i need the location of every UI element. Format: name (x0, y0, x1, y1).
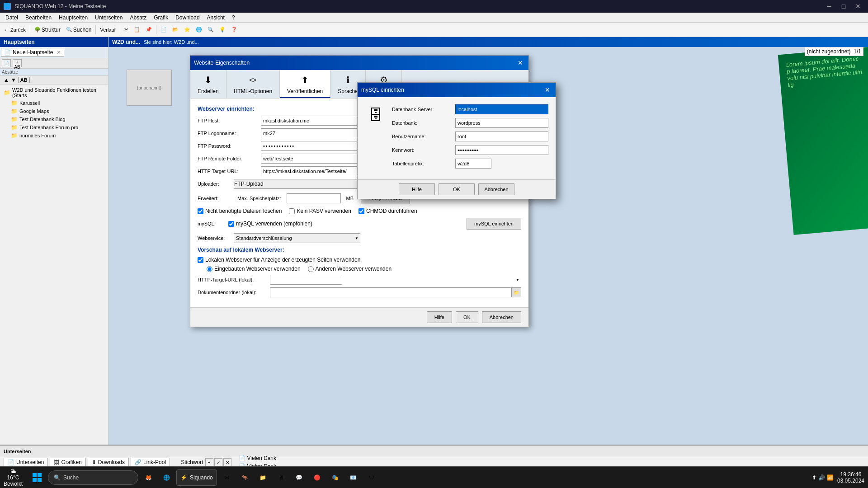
cut-btn[interactable]: ✂ (122, 24, 131, 36)
chmod-check[interactable] (359, 208, 364, 214)
tab-downloads[interactable]: ⬇ Downloads (88, 458, 129, 467)
taskbar-app-edge[interactable]: 🌐 (158, 469, 175, 486)
dokumentenordner-input[interactable] (270, 287, 511, 297)
tab-html-optionen[interactable]: <> HTML-Optionen (226, 70, 280, 98)
browse-btn[interactable]: 📁 (511, 287, 521, 297)
mysql-ok-btn[interactable]: OK (439, 183, 475, 195)
tree-item-forum-pro[interactable]: 📁 Test Datenbank Forum pro (9, 123, 106, 131)
new-absatz-btn[interactable]: + AB (13, 59, 22, 67)
radio-eingebaut[interactable] (207, 266, 212, 272)
verlauf-btn[interactable]: Verlauf (98, 24, 118, 36)
folder-icon: 📁 (11, 116, 18, 122)
taskbar-app-firefox[interactable]: 🦊 (140, 469, 156, 486)
add-stichwort-btn[interactable]: + (205, 458, 213, 466)
radio-anderen[interactable] (308, 266, 314, 272)
stichwort-item-1[interactable]: 📄 Vielen Dank (237, 454, 278, 462)
light-btn[interactable]: 💡 (217, 24, 228, 36)
close-btn[interactable]: ✕ (852, 2, 864, 11)
mysql-check-label: mySQL verwenden (empfohlen) (228, 221, 463, 227)
zoom-btn[interactable]: 🔍 (205, 24, 216, 36)
open-btn[interactable]: 📂 (170, 24, 181, 36)
mysql-db-input[interactable] (455, 118, 548, 128)
tray-volume-icon[interactable]: 🔊 (818, 474, 825, 481)
page-icon-btn[interactable]: 📄 (2, 59, 11, 67)
tray-network-icon[interactable]: 📶 (827, 474, 834, 481)
del-stichwort-btn[interactable]: ✕ (223, 458, 231, 466)
taskbar-app-mail[interactable]: ✉ (219, 469, 235, 486)
max-speicherplatz-input[interactable] (287, 193, 341, 203)
menu-absatz[interactable]: Absatz (126, 13, 150, 22)
dialog-mysql-close[interactable]: ✕ (543, 85, 552, 94)
taskbar-clock[interactable]: 19:36:46 03.05.2024 (837, 471, 864, 484)
tab-veroeffentlichen[interactable]: ⬆ Veröffentlichen (280, 70, 330, 98)
kein-pasv-check[interactable] (289, 208, 295, 214)
nicht-benoetigt-check[interactable] (198, 208, 203, 214)
tab-erstellen[interactable]: ⬇ Erstellen (190, 70, 226, 98)
mysql-hilfe-btn[interactable]: Hilfe (399, 183, 435, 195)
mysql-server-input[interactable] (455, 104, 548, 114)
info-btn[interactable]: ❓ (229, 24, 240, 36)
menu-download[interactable]: Download (172, 13, 203, 22)
mysql-configure-btn[interactable]: mySQL einrichten (467, 218, 521, 230)
mysql-pw-input[interactable] (455, 145, 548, 155)
taskbar-siquando-active[interactable]: ⚡ Siquando (176, 469, 217, 486)
menu-ansicht[interactable]: Ansicht (203, 13, 228, 22)
app-icon: 🌐 (4, 3, 11, 10)
mysql-user-input[interactable] (455, 131, 548, 141)
tree-item-blog[interactable]: 📁 Test Datenbank Blog (9, 115, 106, 123)
new-btn[interactable]: 📄 (158, 24, 169, 36)
close-tab-icon[interactable]: ✕ (57, 49, 61, 56)
back-btn[interactable]: ← Zurück (2, 24, 28, 36)
tab-unterseiten[interactable]: 📄 Unterseiten (4, 458, 48, 467)
taskbar-time-val: 19:36:46 (840, 471, 862, 478)
minimize-btn[interactable]: ─ (823, 2, 835, 11)
maximize-btn[interactable]: □ (837, 2, 850, 11)
website-abbrechen-btn[interactable]: Abbrechen (482, 311, 521, 323)
mysql-prefix-input[interactable] (455, 159, 491, 169)
taskbar-app-shield[interactable]: 🛡 (363, 469, 380, 486)
taskbar-app-posteinga[interactable]: 📧 (345, 469, 362, 486)
paste-btn[interactable]: 📌 (143, 24, 154, 36)
tree-item-w2d[interactable]: 📁 W2D und Siquando Funktionen testen (St… (2, 86, 106, 99)
new-hauptseite-btn[interactable]: 📄 Neue Hauptseite ✕ (1, 48, 64, 57)
http-local-input[interactable] (270, 275, 342, 285)
dialog-website-close[interactable]: ✕ (516, 58, 525, 67)
taskbar-app-network[interactable]: 🖥 (273, 469, 289, 486)
taskbar-app-kaenguru[interactable]: 🦘 (237, 469, 253, 486)
website-ok-btn[interactable]: OK (456, 311, 478, 323)
taskbar-app-ftp[interactable]: 📁 (255, 469, 271, 486)
start-button[interactable] (28, 469, 46, 486)
downloads-icon: ⬇ (92, 459, 96, 465)
tab-grafiken[interactable]: 🖼 Grafiken (50, 458, 85, 467)
taskbar-app-whatsapp[interactable]: 💬 (291, 469, 307, 486)
mysql-abbrechen-btn[interactable]: Abbrechen (478, 183, 514, 195)
website-hilfe-btn[interactable]: Hilfe (427, 311, 452, 323)
tray-up-icon[interactable]: ⬆ (812, 474, 816, 481)
tree-item-karussell[interactable]: 📁 Karussell (9, 99, 106, 107)
menu-help[interactable]: ? (228, 13, 239, 22)
mysql-user-label: Benutzername: (392, 134, 455, 139)
webservice-select[interactable]: Standardverschlüsselung (234, 233, 360, 243)
copy-btn[interactable]: 📋 (132, 24, 142, 36)
menu-hauptseiten[interactable]: Hauptseiten (55, 13, 91, 22)
taskbar-search[interactable]: 🔍 Suche (48, 470, 138, 485)
menu-unterseiten[interactable]: Unterseiten (91, 13, 126, 22)
check-stichwort-btn[interactable]: ✓ (214, 458, 222, 466)
taskbar-app-opera[interactable]: 🎭 (327, 469, 344, 486)
dokumentenordner-row: Dokumentenordner (lokal): 📁 (198, 287, 521, 297)
menu-grafik[interactable]: Grafik (150, 13, 172, 22)
lokaler-webserver-check[interactable] (198, 257, 203, 263)
mysql-check[interactable] (228, 221, 234, 227)
tree-item-forum[interactable]: 📁 normales Forum (9, 131, 106, 140)
globe-btn[interactable]: 🌐 (193, 24, 204, 36)
taskbar-app-chrome[interactable]: 🔴 (309, 469, 326, 486)
menu-bearbeiten[interactable]: Bearbeiten (22, 13, 55, 22)
search-btn[interactable]: 🔍 Suchen (64, 24, 94, 36)
publish-icon: ⬆ (298, 73, 312, 87)
fav-btn[interactable]: ⭐ (182, 24, 193, 36)
tree-item-maps[interactable]: 📁 Google Maps (9, 107, 106, 115)
menu-datei[interactable]: Datei (2, 13, 22, 22)
tab-link-pool[interactable]: 🔗 Link-Pool (131, 458, 170, 467)
title-bar-controls: ─ □ ✕ (823, 2, 864, 11)
structure-btn[interactable]: 🌳 Struktur (32, 24, 63, 36)
